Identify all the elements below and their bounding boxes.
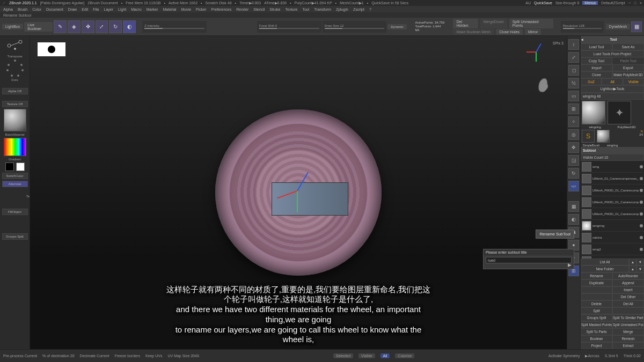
goz-button[interactable]: GoZ: [581, 78, 602, 85]
seethru-slider[interactable]: See-through 0: [555, 1, 579, 5]
close-icon[interactable]: ×: [640, 1, 642, 5]
tool-split[interactable]: Split: [581, 307, 612, 314]
across-label[interactable]: ▶Across: [585, 354, 599, 358]
freeze-button[interactable]: Freeze borders: [114, 354, 140, 358]
tool-header[interactable]: ◂ Tool: [581, 36, 644, 43]
textureoff-button[interactable]: Texture Off: [2, 101, 28, 107]
tool-thumb-b[interactable]: ✦: [608, 101, 631, 124]
menu-zplugin[interactable]: Zplugin: [336, 8, 348, 11]
tool-insert[interactable]: Insert: [612, 286, 644, 293]
subtool-item[interactable]: wing: [581, 161, 644, 173]
tool-blank[interactable]: [581, 286, 612, 293]
max-icon[interactable]: □: [634, 1, 636, 5]
mirror-button[interactable]: Mirror: [525, 29, 541, 35]
loadfromproject-button[interactable]: Load Tools From Project: [581, 50, 644, 57]
tool-splitunmaskedpoints[interactable]: Split Unmasked Points: [612, 321, 644, 328]
switchcolor-button[interactable]: SwitchColor: [2, 173, 28, 179]
subtool-item[interactable]: cabina: [581, 232, 644, 243]
min-icon[interactable]: ─: [628, 1, 631, 5]
tool-append[interactable]: Append: [612, 279, 644, 286]
material-thumb[interactable]: [4, 109, 26, 131]
colorize-button[interactable]: Colorize: [395, 353, 414, 358]
newfolder-button[interactable]: New Folder: [581, 265, 629, 272]
autoreorder-button[interactable]: AutoReorder: [612, 272, 644, 279]
visible-button[interactable]: Visible: [358, 353, 375, 358]
tool-extract[interactable]: Extract: [612, 342, 644, 349]
scroll-icon[interactable]: ↕: [568, 39, 579, 50]
stroke-dots-icon[interactable]: [6, 60, 24, 77]
liveboolean-button[interactable]: Live Boolean: [24, 22, 52, 32]
menu-light[interactable]: Light: [118, 8, 126, 11]
tool-merge[interactable]: Merge: [612, 328, 644, 335]
aahalf-icon[interactable]: ½: [568, 78, 579, 88]
lightbox-button[interactable]: LightBox: [2, 24, 23, 29]
dynamesh-button[interactable]: DynaMesh: [606, 24, 630, 29]
focal-slider[interactable]: Focal Shift 0: [257, 21, 321, 33]
color-secondary[interactable]: [16, 162, 25, 171]
zintensity-slider[interactable]: Z Intensity: [142, 21, 207, 33]
head-preview[interactable]: [537, 77, 548, 93]
menu-brush[interactable]: Brush: [18, 8, 27, 11]
fillobject-button[interactable]: FillObject: [2, 209, 28, 215]
moveview-icon[interactable]: ✥: [568, 142, 579, 153]
splitunmasked-button[interactable]: Split Unmasked Points: [509, 19, 553, 28]
dynamic-button[interactable]: Dynamic: [387, 24, 406, 29]
axis-compass[interactable]: [525, 41, 546, 63]
menu-marker[interactable]: Marker: [147, 8, 158, 11]
menu-zscript[interactable]: Zscript: [353, 8, 364, 11]
subtool-item[interactable]: UMesh_01_Cazarecompensas_: [581, 173, 644, 184]
rotate-icon[interactable]: ↻: [109, 20, 122, 33]
keepuv-button[interactable]: Keep UVs: [145, 354, 163, 358]
actual-icon[interactable]: ◻: [568, 65, 579, 76]
tool-groupssplit[interactable]: Groups Split: [581, 314, 612, 321]
gozall-button[interactable]: All: [602, 78, 623, 85]
marquee-icon[interactable]: ▦: [631, 21, 642, 32]
color-main[interactable]: [5, 162, 14, 171]
menu-tool[interactable]: Tool: [302, 8, 309, 11]
drawsize-slider[interactable]: Draw Size 12: [323, 21, 387, 33]
lightboxtools-button[interactable]: Lightbox▶Tools: [581, 85, 644, 93]
default-zscript[interactable]: DefaultZScript: [601, 1, 625, 5]
thick-label[interactable]: Thick 0.02: [624, 354, 641, 358]
polyf-icon[interactable]: ▦: [568, 201, 579, 212]
wheel-mesh[interactable]: [215, 109, 382, 276]
alphaoff-button[interactable]: Alpha Off: [2, 88, 28, 94]
menu-alpha[interactable]: Alpha: [3, 8, 13, 11]
menu-macro[interactable]: Macro: [131, 8, 141, 11]
selected-button[interactable]: Selected: [333, 353, 353, 358]
move-icon[interactable]: ✥: [82, 20, 94, 33]
subtool-item[interactable]: UMesh_PM3D_01_Cazarecomp: [581, 184, 644, 196]
scale-icon[interactable]: ⤢: [96, 20, 108, 33]
tool-project[interactable]: Project: [581, 342, 612, 349]
frame-icon[interactable]: ◎: [568, 129, 579, 140]
menu-render[interactable]: Render: [236, 8, 248, 11]
transp-icon[interactable]: ◐: [568, 214, 579, 225]
subtool-item[interactable]: wing2: [581, 243, 644, 255]
clone-button[interactable]: Clone: [581, 71, 612, 78]
rotateview-icon[interactable]: ↻: [568, 168, 579, 179]
draw-icon[interactable]: ◈: [68, 20, 80, 33]
menu-stroke[interactable]: Stroke: [269, 8, 280, 11]
tool-duplicate[interactable]: Duplicate: [581, 279, 612, 286]
menu-file[interactable]: File: [93, 8, 99, 11]
viewport[interactable]: SPix 3 这样轮子就有两种不同的材质了,重要的是,我们要给图层重新命名,我们…: [30, 36, 567, 349]
persp-icon[interactable]: ▭: [568, 91, 579, 101]
closeholes-button[interactable]: Close Holes: [496, 29, 523, 35]
rename-button[interactable]: Rename: [581, 272, 612, 279]
menu-stencil[interactable]: Stencil: [253, 8, 265, 11]
menu-layer[interactable]: Layer: [104, 8, 114, 11]
tool-delall[interactable]: Del All: [612, 300, 644, 307]
menu-material[interactable]: Material: [163, 8, 176, 11]
zoom-icon[interactable]: ⤢: [568, 52, 579, 63]
menu-picker[interactable]: Picker: [196, 8, 206, 11]
subtool-header[interactable]: Subtool: [581, 147, 644, 154]
delhidden-button[interactable]: Del Hidden: [453, 19, 478, 28]
export-button[interactable]: Export: [612, 64, 644, 71]
scaleview-icon[interactable]: ◲: [568, 155, 579, 166]
all-button[interactable]: All: [380, 353, 390, 358]
resolution-slider[interactable]: Resolution 128: [561, 21, 604, 33]
preprocess-label[interactable]: Pre-process Current: [3, 354, 37, 358]
tool-splittoparts[interactable]: Split To Parts: [581, 328, 612, 335]
tool-splitmaskedpoints[interactable]: Split Masked Points: [581, 321, 612, 328]
menu-preferences[interactable]: Preferences: [211, 8, 232, 11]
